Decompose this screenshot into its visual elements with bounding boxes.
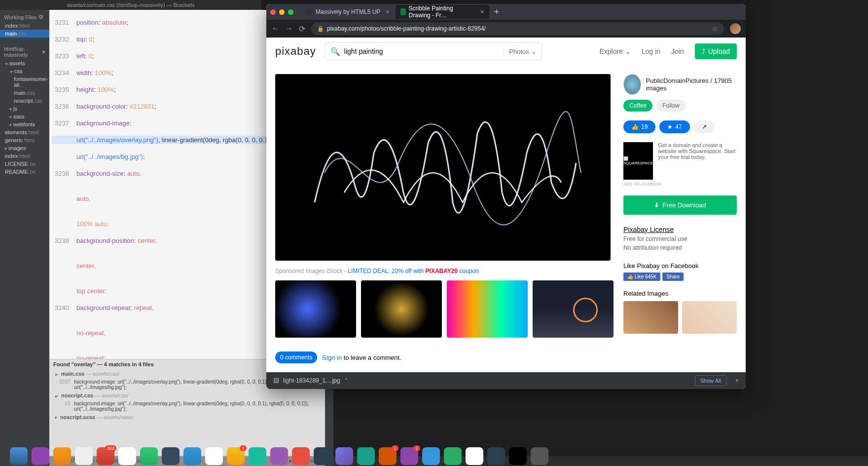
dock-app[interactable]: [10, 447, 28, 465]
dock-app[interactable]: [270, 447, 288, 465]
tree-generic[interactable]: generic.html: [0, 136, 49, 144]
dock-app[interactable]: [335, 447, 353, 465]
dock-app[interactable]: [357, 447, 375, 465]
photos-dropdown[interactable]: Photos ⌄: [504, 48, 536, 55]
minimize-window-icon[interactable]: [279, 9, 285, 15]
fb-like-button[interactable]: 👍 Like 645K: [623, 272, 660, 281]
upload-button[interactable]: ⤴Upload: [695, 43, 737, 59]
tree-images[interactable]: images: [0, 144, 49, 152]
search-input[interactable]: [344, 47, 500, 55]
tree-license[interactable]: LICENSE.txt: [0, 160, 49, 168]
ad-text[interactable]: Get a domain and create a website with S…: [658, 142, 737, 180]
tree-fontawesome[interactable]: fontawesome-all...: [0, 75, 49, 89]
tab-close-icon[interactable]: ×: [385, 8, 389, 16]
tree-noscript-css[interactable]: noscript.css: [0, 97, 49, 105]
join-link[interactable]: Join: [671, 47, 684, 55]
dock-app[interactable]: [509, 447, 527, 465]
sponsored-thumb[interactable]: [447, 280, 528, 338]
dock-app[interactable]: [487, 447, 505, 465]
dock-app[interactable]: [249, 447, 266, 465]
reload-button[interactable]: ⟳: [299, 24, 305, 34]
author-avatar[interactable]: [623, 74, 641, 95]
downloaded-file[interactable]: 🖼 light-1834289_1....jpg ⌃: [273, 377, 349, 384]
working-files-header[interactable]: Working Files⚙: [0, 12, 49, 22]
maximize-window-icon[interactable]: [288, 9, 293, 15]
new-tab-button[interactable]: +: [490, 7, 504, 17]
follow-button[interactable]: Follow: [656, 100, 686, 112]
hero-image[interactable]: [275, 74, 611, 261]
fb-share-button[interactable]: Share: [662, 272, 684, 281]
close-window-icon[interactable]: [270, 9, 276, 15]
dock-app[interactable]: [205, 447, 223, 465]
dock-app[interactable]: [422, 447, 440, 465]
tree-js[interactable]: js: [0, 105, 49, 113]
project-header[interactable]: html5up-massively ▾: [0, 44, 49, 59]
like-button[interactable]: 👍19: [623, 120, 655, 133]
author-name[interactable]: PublicDomainPictures / 17905 images: [646, 77, 737, 92]
download-button[interactable]: ⬇Free Download: [623, 195, 737, 215]
dock-app[interactable]: 1: [400, 447, 418, 465]
dock-app[interactable]: [162, 447, 180, 465]
profile-avatar[interactable]: [730, 23, 741, 34]
tree-webfonts[interactable]: webfonts: [0, 120, 49, 128]
ad-image[interactable]: ⬜ SQUARESPACE: [623, 142, 653, 180]
license-title[interactable]: Pixabay License: [623, 226, 737, 233]
tree-assets[interactable]: assets: [0, 59, 49, 67]
dock-app[interactable]: [314, 447, 331, 465]
gear-icon[interactable]: ⚙: [38, 14, 43, 20]
working-file-main[interactable]: main.css: [0, 30, 49, 38]
bookmark-icon[interactable]: ☆: [712, 25, 718, 33]
search-file-noscript[interactable]: noscript.css — assets/css/: [49, 391, 325, 400]
pixabay-logo[interactable]: pixabay: [275, 45, 316, 58]
favicon-icon: [306, 8, 313, 15]
license-line: No attribution required: [623, 244, 737, 251]
tab-pixabay[interactable]: Scribble Painting Drawing - Fr… ×: [396, 5, 489, 19]
star-icon: ★: [667, 123, 673, 130]
login-link[interactable]: Log in: [642, 47, 660, 55]
tree-readme[interactable]: README.txt: [0, 168, 49, 176]
share-button[interactable]: ↗: [694, 120, 715, 133]
tree-sass[interactable]: sass: [0, 113, 49, 120]
dock-app[interactable]: [118, 447, 136, 465]
window-controls[interactable]: [270, 9, 293, 15]
sponsored-thumb[interactable]: [361, 280, 442, 338]
explore-link[interactable]: Explore ⌄: [599, 47, 630, 55]
sponsored-thumb[interactable]: [275, 280, 356, 338]
close-bar-icon[interactable]: ×: [735, 377, 739, 384]
back-button[interactable]: ←: [271, 24, 279, 33]
tree-index[interactable]: index.html: [0, 152, 49, 160]
tab-close-icon[interactable]: ×: [480, 8, 484, 16]
forward-button[interactable]: →: [285, 24, 293, 33]
dock-app[interactable]: 1: [379, 447, 397, 465]
star-button[interactable]: ★47: [659, 120, 689, 133]
dock-app[interactable]: [32, 447, 49, 465]
dock-app[interactable]: 302: [97, 447, 114, 465]
dock-app[interactable]: [466, 447, 483, 465]
dock-app[interactable]: [75, 447, 93, 465]
coffee-button[interactable]: Coffee: [623, 100, 652, 112]
tab-massively[interactable]: Massively by HTML5 UP ×: [301, 5, 395, 19]
signin-link[interactable]: Sign in: [322, 354, 342, 361]
tree-elements[interactable]: elements.html: [0, 128, 49, 136]
search-bar[interactable]: 🔍 Photos ⌄: [325, 42, 542, 60]
search-file-scss[interactable]: noscript.scss — assets/sass/: [49, 413, 325, 422]
address-input[interactable]: 🔒 pixabay.com/photos/scribble-painting-d…: [311, 22, 724, 35]
tree-css[interactable]: css: [0, 67, 49, 75]
working-file-index[interactable]: index.html: [0, 22, 49, 30]
show-all-button[interactable]: Show All: [695, 375, 726, 386]
dock-app[interactable]: 1: [227, 447, 245, 465]
related-thumb[interactable]: [682, 301, 737, 334]
chevron-up-icon[interactable]: ⌃: [344, 377, 349, 384]
dock-app[interactable]: [292, 447, 310, 465]
tree-main-css[interactable]: main.css: [0, 89, 49, 97]
comments-count[interactable]: 0 comments: [275, 351, 317, 363]
dock-app[interactable]: [183, 447, 201, 465]
share-icon: ↗: [702, 123, 707, 130]
sponsored-thumb[interactable]: [533, 280, 614, 338]
dock-app[interactable]: [444, 447, 462, 465]
dock-app[interactable]: [53, 447, 71, 465]
related-thumb[interactable]: [623, 301, 678, 334]
dock-app[interactable]: [531, 447, 548, 465]
dock-app[interactable]: [140, 447, 158, 465]
sponsored-link[interactable]: LIMITED DEAL: 20% off with PIXABAY20 cou…: [348, 268, 478, 274]
